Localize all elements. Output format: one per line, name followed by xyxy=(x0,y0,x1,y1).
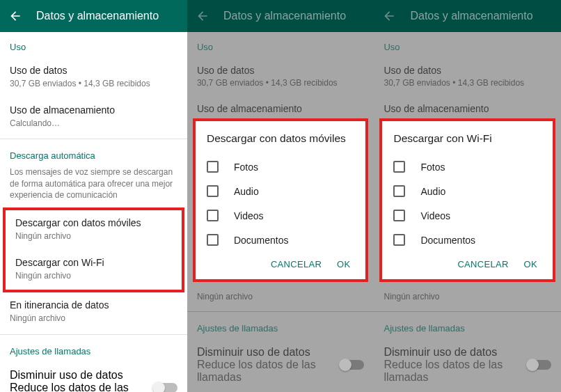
checkbox-icon[interactable] xyxy=(393,210,405,221)
dialog-title: Descargar con Wi-Fi xyxy=(393,132,546,145)
item-title: Descargar con datos móviles xyxy=(15,217,172,228)
dialog-moviles: Descargar con datos móviles Fotos Audio … xyxy=(196,121,366,279)
option-audio[interactable]: Audio xyxy=(393,179,546,203)
dialog-wifi: Descargar con Wi-Fi Fotos Audio Videos D… xyxy=(382,121,553,279)
dialog-highlight: Descargar con Wi-Fi Fotos Audio Videos D… xyxy=(379,118,555,282)
back-icon xyxy=(381,8,397,24)
appbar: Datos y almacenamiento xyxy=(0,0,187,32)
item-title: Uso de almacenamiento xyxy=(384,103,551,114)
cancel-button[interactable]: CANCELAR xyxy=(271,259,322,269)
option-documentos[interactable]: Documentos xyxy=(393,228,546,252)
appbar-title: Datos y almacenamiento xyxy=(36,10,159,22)
item-uso-datos: Uso de datos 30,7 GB enviados • 14,3 GB … xyxy=(374,58,561,96)
divider xyxy=(0,334,187,335)
section-descarga: Descarga automática xyxy=(0,141,187,166)
switch-toggle xyxy=(340,360,364,370)
appbar-title: Datos y almacenamiento xyxy=(410,10,532,22)
checkbox-icon[interactable] xyxy=(207,161,219,173)
item-sub: Ningún archivo xyxy=(384,292,551,301)
item-disminuir-datos: Disminuir uso de datos Reduce los datos … xyxy=(374,339,561,392)
option-documentos[interactable]: Documentos xyxy=(207,228,359,252)
section-llamadas: Ajustes de llamadas xyxy=(0,336,187,362)
checkbox-icon[interactable] xyxy=(393,234,405,246)
appbar-title: Datos y almacenamiento xyxy=(223,10,346,22)
item-sub: Reduce los datos de las llamadas xyxy=(384,359,528,384)
item-title: Uso de datos xyxy=(10,65,177,76)
item-title: Disminuir uso de datos xyxy=(197,346,341,359)
item-uso-datos: Uso de datos 30,7 GB enviados • 14,3 GB … xyxy=(187,58,374,96)
divider xyxy=(0,139,187,139)
item-sub: Ningún archivo xyxy=(10,313,177,324)
divider xyxy=(187,311,374,312)
item-sub: Ningún archivo xyxy=(15,270,172,281)
checkbox-icon[interactable] xyxy=(393,161,405,173)
back-icon[interactable] xyxy=(7,8,24,24)
option-fotos[interactable]: Fotos xyxy=(393,155,546,179)
item-title: Disminuir uso de datos xyxy=(10,369,148,382)
option-label: Videos xyxy=(420,210,450,221)
item-roaming: Ningún archivo xyxy=(374,285,561,310)
item-disminuir-datos[interactable]: Disminuir uso de datos Reduce los datos … xyxy=(0,362,187,393)
item-sub: 30,7 GB enviados • 14,3 GB recibidos xyxy=(10,78,177,89)
settings-content: Uso Uso de datos 30,7 GB enviados • 14,3… xyxy=(0,32,187,392)
item-datos-moviles[interactable]: Descargar con datos móviles Ningún archi… xyxy=(6,210,182,250)
item-sub: 30,7 GB enviados • 14,3 GB recibidos xyxy=(197,78,365,88)
checkbox-icon[interactable] xyxy=(207,210,219,221)
switch-toggle xyxy=(528,360,551,370)
appbar: Datos y almacenamiento xyxy=(187,0,374,32)
item-uso-almacenamiento[interactable]: Uso de almacenamiento Calculando… xyxy=(0,97,187,137)
dialog-actions: CANCELAR OK xyxy=(207,252,359,274)
item-title: Uso de datos xyxy=(197,65,365,76)
option-videos[interactable]: Videos xyxy=(393,203,546,228)
option-label: Documentos xyxy=(234,235,289,246)
section-llamadas: Ajustes de llamadas xyxy=(187,313,374,339)
option-label: Fotos xyxy=(420,162,445,173)
item-sub: Calculando… xyxy=(10,118,177,129)
option-label: Documentos xyxy=(420,235,475,246)
checkbox-icon[interactable] xyxy=(207,234,219,246)
item-title: Uso de almacenamiento xyxy=(197,103,365,114)
item-roaming[interactable]: En itinerancia de datos Ningún archivo xyxy=(0,292,187,332)
option-audio[interactable]: Audio xyxy=(207,179,359,203)
dialog-title: Descargar con datos móviles xyxy=(207,132,359,145)
section-uso: Uso xyxy=(0,32,187,58)
section-uso: Uso xyxy=(187,32,374,58)
ok-button[interactable]: OK xyxy=(524,259,537,269)
option-fotos[interactable]: Fotos xyxy=(207,155,359,179)
screen-dialog-moviles: Datos y almacenamiento Uso Uso de datos … xyxy=(187,0,374,392)
back-icon xyxy=(194,8,211,24)
item-sub: Reduce los datos de las llamadas xyxy=(10,382,148,393)
item-sub: 30,7 GB enviados • 14,3 GB recibidos xyxy=(384,78,551,88)
item-sub: Ningún archivo xyxy=(197,292,365,301)
section-uso: Uso xyxy=(374,32,561,58)
item-title: Descargar con Wi-Fi xyxy=(15,257,172,268)
item-title: En itinerancia de datos xyxy=(10,299,177,311)
item-wifi[interactable]: Descargar con Wi-Fi Ningún archivo xyxy=(6,250,182,290)
dialog-actions: CANCELAR OK xyxy=(393,252,546,274)
dialog-highlight: Descargar con datos móviles Fotos Audio … xyxy=(193,118,369,282)
screen-settings: Datos y almacenamiento Uso Uso de datos … xyxy=(0,0,187,392)
item-sub: Ningún archivo xyxy=(15,230,172,242)
switch-toggle[interactable] xyxy=(154,383,177,393)
item-sub: Reduce los datos de las llamadas xyxy=(197,359,341,384)
ok-button[interactable]: OK xyxy=(337,259,350,269)
option-videos[interactable]: Videos xyxy=(207,203,359,228)
appbar: Datos y almacenamiento xyxy=(374,0,561,32)
item-title: Uso de datos xyxy=(384,65,551,76)
divider xyxy=(374,311,561,312)
checkbox-icon[interactable] xyxy=(393,185,405,197)
screen-dialog-wifi: Datos y almacenamiento Uso Uso de datos … xyxy=(374,0,561,392)
option-label: Audio xyxy=(420,186,445,197)
item-uso-datos[interactable]: Uso de datos 30,7 GB enviados • 14,3 GB … xyxy=(0,58,187,97)
cancel-button[interactable]: CANCELAR xyxy=(457,259,508,269)
highlight-download-options: Descargar con datos móviles Ningún archi… xyxy=(3,207,184,292)
item-title: Uso de almacenamiento xyxy=(10,104,177,116)
section-desc-text: Los mensajes de voz siempre se descargan… xyxy=(0,166,187,207)
section-llamadas: Ajustes de llamadas xyxy=(374,313,561,339)
option-label: Audio xyxy=(234,186,259,197)
item-roaming: Ningún archivo xyxy=(187,285,374,310)
item-disminuir-datos: Disminuir uso de datos Reduce los datos … xyxy=(187,339,374,392)
checkbox-icon[interactable] xyxy=(207,185,219,197)
option-label: Videos xyxy=(234,210,264,221)
item-title: Disminuir uso de datos xyxy=(384,346,528,359)
